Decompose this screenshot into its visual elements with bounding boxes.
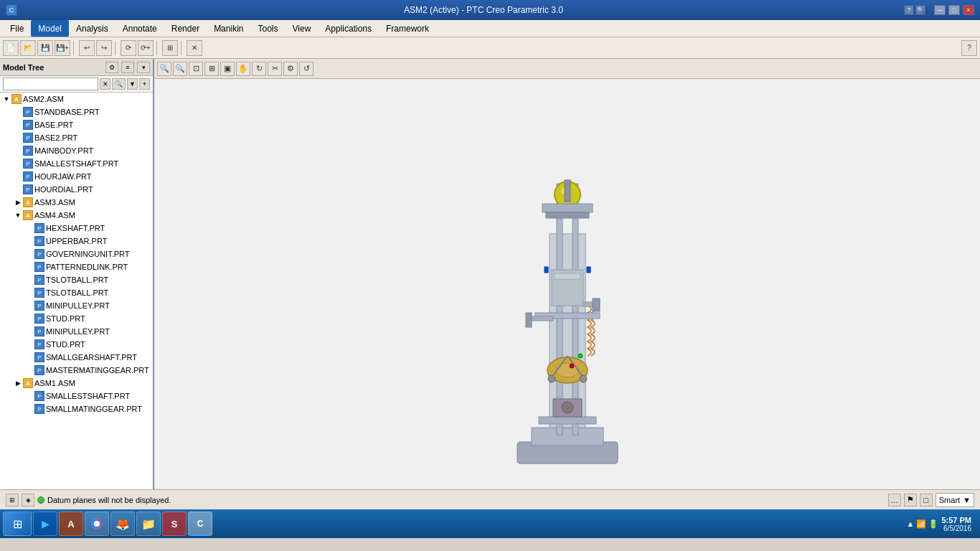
tree-icon-smallestshaft2: P (34, 391, 44, 401)
tree-item-mastermatinggear[interactable]: P MASTERMATINGGEAR.PRT (0, 364, 153, 377)
save-btn[interactable]: 💾 (37, 40, 53, 56)
tree-expander-asm4[interactable]: ▼ (14, 212, 22, 219)
tree-expander-asm3[interactable]: ▶ (14, 199, 22, 206)
detail-view-btn[interactable]: ◈ (22, 494, 34, 507)
switch-window-btn[interactable]: ⊞ (162, 40, 178, 56)
tree-expander-asm2[interactable]: ▼ (3, 95, 10, 103)
menu-item-framework[interactable]: Framework (379, 20, 436, 37)
tree-item-base2[interactable]: P BASE2.PRT (0, 131, 153, 144)
tree-expander-asm1[interactable]: ▶ (14, 380, 22, 387)
menu-item-applications[interactable]: Applications (318, 20, 379, 37)
section-btn[interactable]: ✂ (268, 62, 282, 76)
tree-item-smallestshaft[interactable]: P SMALLESTSHAFT.PRT (0, 157, 153, 170)
add-filter-btn[interactable]: + (139, 78, 150, 90)
tree-item-smallgearshaft[interactable]: P SMALLGEARSHAFT.PRT (0, 351, 153, 364)
help-toolbar-btn[interactable]: ? (961, 40, 977, 56)
tree-item-patternedlink[interactable]: P PATTERNEDLINK.PRT (0, 260, 153, 273)
tree-item-hourdial[interactable]: P HOURDIAL.PRT (0, 183, 153, 196)
tree-item-stud1[interactable]: P STUD.PRT (0, 312, 153, 325)
tree-item-stud2[interactable]: P STUD.PRT (0, 338, 153, 351)
perspective-btn[interactable]: ▣ (220, 62, 235, 76)
redo-btn[interactable]: ↪ (96, 40, 112, 56)
menu-item-analysis[interactable]: Analysis (69, 20, 116, 37)
firefox-btn[interactable]: 🦊 (110, 512, 135, 536)
tree-item-upperbar[interactable]: P UPPERBAR.PRT (0, 235, 153, 248)
status-action3[interactable]: □ (920, 494, 933, 507)
tree-icon-base2: P (23, 133, 33, 143)
status-left: ⊞ ◈ Datum planes will not be displayed. (6, 494, 171, 507)
tree-label-smallgearshaft: SMALLGEARSHAFT.PRT (46, 353, 137, 362)
tree-item-asm1[interactable]: ▶A ASM1.ASM (0, 377, 153, 390)
tree-expand-btn[interactable]: ▾ (137, 62, 150, 73)
tree-columns-btn[interactable]: ≡ (121, 62, 134, 73)
start-button[interactable]: ⊞ (3, 512, 32, 536)
tree-item-asm2[interactable]: ▼A ASM2.ASM (0, 93, 153, 105)
pan-btn[interactable]: ✋ (236, 62, 250, 76)
zoom-out-btn[interactable]: 🔍 (173, 62, 187, 76)
zoom-window-btn[interactable]: ⊡ (189, 62, 203, 76)
autocad-btn[interactable]: A (59, 512, 83, 536)
svg-rect-27 (545, 267, 548, 273)
close-window-btn[interactable]: ✕ (187, 40, 202, 56)
media-player-btn[interactable]: ▶ (33, 512, 57, 536)
tree-item-minipulley1[interactable]: P MINIPULLEY.PRT (0, 299, 153, 312)
creo-btn[interactable]: C (188, 512, 212, 536)
regenerate2-btn[interactable]: ⟳+ (138, 40, 154, 56)
display-mode-btn[interactable]: ⚙ (283, 62, 298, 76)
maximize-btn[interactable]: □ (948, 5, 960, 15)
help-btn[interactable]: ? (904, 5, 914, 15)
new-btn[interactable]: 📄 (3, 40, 19, 56)
tree-item-asm4[interactable]: ▼A ASM4.ASM (0, 209, 153, 222)
smart-dropdown[interactable]: Smart ▼ (936, 493, 974, 507)
viewport-toolbar: 🔍 🔍 ⊡ ⊞ ▣ ✋ ↻ ✂ ⚙ ↺ (154, 59, 980, 79)
search-exec-btn[interactable]: 🔍 (112, 78, 126, 90)
tree-item-minipulley2[interactable]: P MINIPULLEY.PRT (0, 325, 153, 338)
tree-settings-btn[interactable]: ⚙ (105, 62, 118, 73)
close-btn[interactable]: × (963, 5, 974, 15)
menu-item-tools[interactable]: Tools (250, 20, 285, 37)
fit-btn[interactable]: ⊞ (204, 62, 219, 76)
file-explorer-btn[interactable]: 📁 (136, 512, 161, 536)
orient-btn[interactable]: ↺ (299, 62, 314, 76)
menu-item-manikin[interactable]: Manikin (207, 20, 250, 37)
undo-btn[interactable]: ↩ (79, 40, 95, 56)
spin-btn[interactable]: ↻ (252, 62, 266, 76)
tree-item-standbase[interactable]: P STANDBASE.PRT (0, 105, 153, 118)
right-toolbar: ? (961, 40, 977, 56)
tree-label-asm1: ASM1.ASM (34, 379, 75, 387)
tree-item-base[interactable]: P BASE.PRT (0, 118, 153, 131)
clear-search-btn[interactable]: ✕ (100, 78, 110, 90)
status-action2[interactable]: ⚑ (904, 494, 917, 507)
tree-item-tslotball1[interactable]: P TSLOTBALL.PRT (0, 273, 153, 286)
viewport[interactable]: 🔍 🔍 ⊡ ⊞ ▣ ✋ ↻ ✂ ⚙ ↺ (154, 59, 980, 489)
tree-item-governingunit[interactable]: P GOVERNINGUNIT.PRT (0, 248, 153, 260)
regenerate-btn[interactable]: ⟳ (121, 40, 136, 56)
tree-item-mainbody[interactable]: P MAINBODY.PRT (0, 144, 153, 157)
tree-icon-smallmatinggear: P (34, 404, 44, 414)
chrome-btn[interactable] (85, 512, 109, 536)
model-tree-title: Model Tree (3, 63, 103, 72)
minimize-btn[interactable]: ─ (934, 5, 946, 15)
solidworks-btn[interactable]: S (162, 512, 187, 536)
save-all-btn[interactable]: 💾+ (55, 40, 70, 56)
tree-item-hourjaw[interactable]: P HOURJAW.PRT (0, 170, 153, 183)
menu-item-render[interactable]: Render (164, 20, 207, 37)
tree-search-input[interactable] (3, 77, 98, 90)
menu-item-annotate[interactable]: Annotate (116, 20, 164, 37)
menu-item-file[interactable]: File (3, 20, 31, 37)
tree-item-asm3[interactable]: ▶A ASM3.ASM (0, 196, 153, 209)
search-global-btn[interactable]: 🔍 (915, 5, 925, 15)
menu-item-view[interactable]: View (286, 20, 319, 37)
zoom-in-btn[interactable]: 🔍 (157, 62, 171, 76)
svg-point-16 (580, 375, 587, 382)
tree-view-btn[interactable]: ⊞ (6, 494, 19, 507)
status-action1[interactable]: … (888, 494, 901, 507)
tree-item-smallestshaft2[interactable]: P SMALLESTSHAFT.PRT (0, 390, 153, 402)
open-btn[interactable]: 📂 (20, 40, 36, 56)
tree-item-smallmatinggear[interactable]: P SMALLMATINGGEAR.PRT (0, 402, 153, 415)
menu-item-model[interactable]: Model (31, 20, 69, 37)
tree-item-tslotball2[interactable]: P TSLOTBALL.PRT (0, 286, 153, 299)
tree-item-hexshaft[interactable]: P HEXSHAFT.PRT (0, 222, 153, 235)
tree-icon-tslotball1: P (34, 275, 44, 285)
filter-btn[interactable]: ▼ (127, 78, 138, 90)
